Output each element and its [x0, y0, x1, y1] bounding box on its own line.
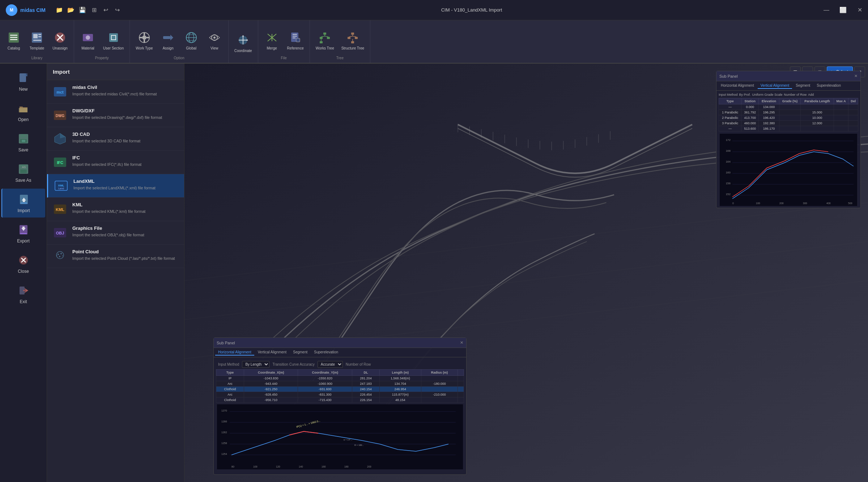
- global-icon: [184, 30, 199, 45]
- ifc-icon: IFC: [53, 155, 67, 169]
- svg-text:80: 80: [231, 465, 234, 468]
- tab-super-r[interactable]: Superelevation: [814, 83, 844, 89]
- sidebar-item-exit[interactable]: Exit: [1, 280, 45, 309]
- option-section-label: Option: [174, 56, 184, 61]
- ribbon-reference[interactable]: Reference: [284, 28, 307, 53]
- ifc-title: IFC: [72, 155, 141, 160]
- svg-text:140: 140: [299, 465, 303, 468]
- kml-title: KML: [72, 202, 145, 207]
- svg-rect-76: [20, 233, 27, 234]
- logo-area: M midas CIM: [0, 4, 51, 16]
- import-item-dwg[interactable]: DWG DWG/DXF Import the selected Drawing(…: [47, 104, 184, 127]
- save-tool[interactable]: 💾: [77, 5, 88, 15]
- ribbon-section-file: Merge Reference File: [258, 20, 310, 63]
- tab-horizontal-align-r[interactable]: Horizontal Alignment: [718, 83, 757, 89]
- ribbon-structure-tree[interactable]: Structure Tree: [339, 28, 367, 53]
- svg-rect-49: [351, 33, 354, 35]
- minimize-button[interactable]: —: [818, 0, 835, 20]
- col-elevation: Elevation: [759, 98, 779, 104]
- svg-rect-44: [320, 41, 323, 43]
- tab-horizontal-align-b[interactable]: Horizontal Alignment: [215, 349, 254, 356]
- svg-rect-21: [146, 37, 149, 38]
- new-file-tool[interactable]: 📁: [54, 5, 64, 15]
- open-file-tool[interactable]: 📂: [66, 5, 76, 15]
- library-section-label: Library: [31, 56, 43, 61]
- svg-rect-50: [348, 37, 350, 39]
- svg-rect-41: [323, 33, 326, 35]
- ribbon-global[interactable]: Global: [180, 28, 202, 53]
- svg-rect-51: [355, 37, 358, 39]
- svg-point-30: [213, 36, 216, 39]
- maximize-button[interactable]: ⬜: [835, 0, 851, 20]
- sidebar-item-save-as[interactable]: AS Save As: [1, 158, 45, 187]
- col-type: Type: [719, 98, 741, 104]
- svg-text:200: 200: [779, 202, 784, 205]
- svg-rect-20: [139, 37, 142, 38]
- file-section-label: File: [281, 56, 287, 61]
- redo-tool[interactable]: ↪: [112, 5, 122, 15]
- svg-point-102: [62, 255, 63, 257]
- ribbon-section-property: Material User Section Property: [74, 20, 130, 63]
- property-section-label: Property: [95, 56, 109, 61]
- ribbon-catalog[interactable]: Catalog: [3, 28, 25, 53]
- ribbon-works-tree[interactable]: Works Tree: [313, 28, 337, 53]
- tab-segment-b[interactable]: Segment: [290, 349, 310, 356]
- elevation-chart: 172 168 164 160 156 152: [719, 134, 858, 206]
- import-item-kml[interactable]: KML KML Import the selected KML(*.kml) f…: [47, 198, 184, 221]
- ribbon-template[interactable]: Template: [26, 28, 48, 53]
- sidebar-item-import[interactable]: Import: [1, 189, 45, 218]
- col-station: Station: [741, 98, 759, 104]
- import-item-ifc[interactable]: IFC IFC Import the selected IFC(*.ifc) f…: [47, 151, 184, 174]
- sub-panel-right-close[interactable]: ✕: [854, 74, 858, 78]
- accuracy-select[interactable]: Accurate: [318, 361, 343, 368]
- import-item-midas-civil[interactable]: mct midas Civil Import the selected mida…: [47, 80, 184, 104]
- landxml-title: LandXML: [73, 178, 156, 184]
- sidebar-item-close[interactable]: Close: [1, 249, 45, 278]
- tab-segment-r[interactable]: Segment: [793, 83, 813, 89]
- import-item-graphics[interactable]: OBJ Graphics File Import the selected OB…: [47, 221, 184, 245]
- svg-marker-34: [242, 35, 244, 36]
- sidebar-item-save[interactable]: Save: [1, 128, 45, 157]
- ribbon-view[interactable]: View: [204, 28, 225, 53]
- sub-panel-bottom-title: Sub Panel: [217, 341, 235, 345]
- svg-point-99: [60, 253, 62, 254]
- sidebar-item-export[interactable]: Export: [1, 219, 45, 248]
- close-button[interactable]: ✕: [851, 0, 868, 20]
- svg-rect-43: [327, 37, 330, 39]
- view-label: View: [210, 46, 218, 51]
- import-item-3dcad[interactable]: 3D CAD Import the selected 3D CAD file f…: [47, 127, 184, 151]
- tab-super-b[interactable]: Superelevation: [311, 349, 341, 356]
- col-radius: Radius (m): [421, 370, 458, 376]
- graphics-text: Graphics File Import the selected OBJ(*.…: [72, 225, 144, 238]
- undo-tool[interactable]: ↩: [101, 5, 111, 15]
- tab-vertical-align-b[interactable]: Vertical Alignment: [255, 349, 290, 356]
- sidebar-item-open[interactable]: Open: [1, 98, 45, 126]
- tab-vertical-align-r[interactable]: Vertical Alignment: [758, 83, 792, 89]
- tree-icons: Works Tree Structure Tree: [313, 22, 367, 56]
- svg-rect-71: [23, 201, 25, 202]
- user-section-icon: [106, 30, 121, 45]
- svg-text:100: 100: [756, 202, 760, 205]
- grid-tool[interactable]: ⊞: [89, 5, 99, 15]
- ribbon-material[interactable]: Material: [77, 28, 99, 53]
- svg-line-54: [349, 36, 353, 37]
- ribbon-user-section[interactable]: User Section: [100, 28, 127, 53]
- ribbon-assign[interactable]: Assign: [157, 28, 179, 53]
- table-row: Clothoid-956.710-715.430226.15448.154: [216, 397, 464, 403]
- reference-icon: [288, 30, 303, 45]
- material-icon: [81, 30, 95, 45]
- col-del: Del: [848, 98, 858, 104]
- ribbon-unassign[interactable]: Unassign: [49, 28, 71, 53]
- ribbon-work-type[interactable]: Work Type: [133, 28, 156, 53]
- sidebar-item-new[interactable]: New: [1, 67, 45, 96]
- sub-panel-bottom-close[interactable]: ✕: [460, 340, 463, 345]
- import-item-point-cloud[interactable]: Point Cloud Import the selected Point Cl…: [47, 245, 184, 268]
- new-icon: [17, 72, 30, 85]
- col-coord-y: Coordinate_Y(m): [298, 370, 352, 376]
- svg-marker-23: [170, 35, 173, 40]
- ribbon-merge[interactable]: Merge: [261, 28, 283, 53]
- import-item-landxml[interactable]: XML Land LandXML Import the selected Lan…: [47, 174, 184, 198]
- coordinate-icon: [236, 33, 250, 47]
- input-method-select[interactable]: By Length: [242, 361, 269, 368]
- ribbon-coordinate[interactable]: Coordinate: [231, 31, 255, 55]
